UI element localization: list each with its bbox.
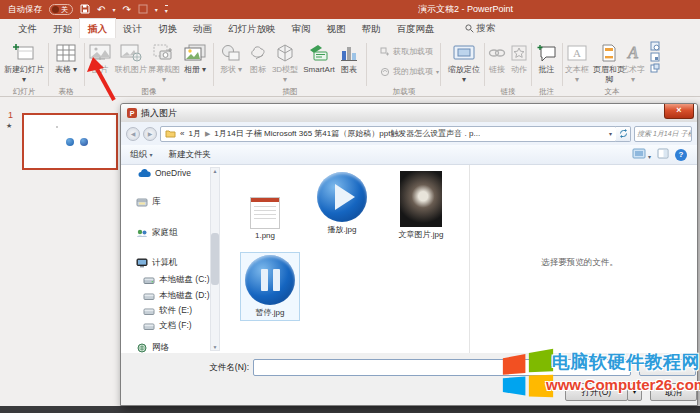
filename-input[interactable] — [253, 359, 631, 376]
breadcrumb-segment-folder[interactable]: 1月14日 子楠 Microsoft 365 第41篇（原始稿）ppt触发器怎么… — [214, 128, 480, 139]
preview-pane-icon[interactable] — [657, 148, 669, 161]
nav-item-homegroup[interactable]: 家庭组 — [136, 227, 178, 239]
refresh-icon[interactable] — [616, 126, 631, 142]
disk-icon — [143, 307, 155, 316]
picture-label: 图片 — [87, 65, 113, 75]
nav-item-network[interactable]: 网络 — [136, 342, 169, 353]
date-time-icon[interactable] — [648, 41, 662, 52]
slide-number-icon[interactable] — [648, 52, 662, 63]
scrollbar-thumb[interactable] — [211, 233, 219, 285]
back-icon[interactable]: ◀ — [126, 127, 140, 141]
undo-icon[interactable]: ↶ — [97, 5, 105, 15]
tab-view[interactable]: 视图 — [319, 19, 354, 38]
nav-item-drive-e[interactable]: 软件 (E:) — [143, 305, 192, 317]
slide-panel: 1 ★ — [0, 97, 120, 406]
organize-button[interactable]: 组织 ▾ — [130, 149, 152, 161]
wordart-icon: A — [620, 41, 646, 64]
ribbon-search[interactable]: 搜索 — [465, 19, 496, 38]
filename-label: 文件名(N): — [161, 362, 249, 374]
zoom-nav-label: 缩放定位 ▾ — [446, 65, 482, 84]
dialog-titlebar[interactable]: P 插入图片 — [121, 104, 697, 122]
slide-thumbnail[interactable] — [22, 113, 118, 170]
chart-label: 图表 — [336, 65, 362, 75]
tab-design[interactable]: 设计 — [115, 19, 150, 38]
wordart-button[interactable]: A 艺术字 ▾ — [620, 41, 646, 84]
chart-button[interactable]: 图表 — [336, 41, 362, 75]
table-button[interactable]: 表格 ▾ — [51, 41, 81, 75]
group-label-images: 图像 — [87, 87, 211, 97]
action-button[interactable]: 动作 — [508, 41, 530, 75]
help-icon[interactable]: ? — [675, 149, 687, 161]
filetype-combobox[interactable] — [639, 359, 696, 376]
tab-slideshow[interactable]: 幻灯片放映 — [220, 19, 284, 38]
nav-scrollbar[interactable]: ▲ ▼ — [210, 167, 220, 351]
new-slide-button[interactable]: 新建幻灯片 ▾ — [2, 41, 46, 84]
library-icon — [136, 197, 148, 207]
pause-thumbnail-icon — [245, 255, 295, 305]
open-button[interactable]: 打开(O) — [565, 383, 628, 401]
redo-icon[interactable]: ↷ — [122, 5, 130, 15]
tab-home[interactable]: 开始 — [45, 19, 80, 38]
svg-text:A: A — [627, 44, 638, 61]
file-item-play[interactable]: 播放.jpg — [311, 172, 373, 235]
tab-help[interactable]: 帮助 — [354, 19, 389, 38]
nav-item-drive-c[interactable]: 本地磁盘 (C:) — [143, 274, 210, 286]
album-button[interactable]: 相册 ▾ — [181, 41, 209, 75]
tab-animations[interactable]: 动画 — [185, 19, 220, 38]
online-picture-button[interactable]: 联机图片 — [113, 41, 149, 75]
my-addins-button[interactable]: 我的加载项 ▾ — [380, 66, 454, 77]
network-icon — [136, 343, 148, 353]
tab-baidu-netdisk[interactable]: 百度网盘 — [389, 19, 443, 38]
tab-insert[interactable]: 插入 — [80, 19, 115, 38]
textbox-button[interactable]: A 文本框 ▾ — [564, 41, 590, 84]
group-separator — [531, 43, 532, 86]
cancel-button[interactable]: 取消 — [650, 383, 697, 401]
link-button[interactable]: 链接 — [486, 41, 508, 75]
file-item-1png[interactable]: 1.png — [243, 197, 287, 240]
comment-button[interactable]: 批注 — [533, 41, 560, 75]
open-split-dropdown-icon[interactable]: ▾ — [627, 383, 642, 401]
screenshot-icon — [147, 41, 181, 64]
undo-dropdown-icon[interactable]: ▾ — [112, 6, 115, 13]
filename-dropdown-icon[interactable]: ▾ — [617, 361, 620, 368]
nav-item-drive-f[interactable]: 文档 (F:) — [143, 320, 192, 332]
tab-transitions[interactable]: 切换 — [150, 19, 185, 38]
breadcrumb-dropdown-icon[interactable]: ▾ — [609, 130, 612, 137]
3d-model-icon — [270, 41, 300, 64]
picture-button[interactable]: 图片 — [87, 41, 113, 75]
dialog-address-bar: ◀ ▶ « 1月 ▶ 1月14日 子楠 Microsoft 365 第41篇（原… — [121, 122, 697, 145]
tab-file[interactable]: 文件 — [10, 19, 45, 38]
group-separator — [84, 43, 85, 86]
views-button[interactable]: ▾ — [632, 148, 651, 161]
zoom-nav-button[interactable]: 缩放定位 ▾ — [446, 41, 482, 84]
homegroup-icon — [136, 228, 148, 238]
group-separator — [484, 43, 485, 86]
breadcrumb[interactable]: « 1月 ▶ 1月14日 子楠 Microsoft 365 第41篇（原始稿）p… — [160, 126, 617, 142]
close-icon[interactable]: × — [664, 104, 694, 119]
shapes-button[interactable]: 形状 ▾ — [217, 41, 245, 75]
icons-button[interactable]: 图标 — [246, 41, 270, 75]
nav-item-libraries[interactable]: 库 — [136, 196, 161, 208]
nav-item-onedrive[interactable]: OneDrive — [138, 168, 191, 178]
file-item-pause[interactable]: 暂停.jpg — [241, 253, 299, 320]
tab-review[interactable]: 审阅 — [284, 19, 319, 38]
get-addins-button[interactable]: 获取加载项 — [380, 46, 454, 57]
search-input[interactable]: 搜索 1月14日 子楠 Microsof... — [634, 126, 692, 142]
scroll-down-icon[interactable]: ▼ — [213, 344, 218, 350]
nav-item-computer[interactable]: 计算机 — [136, 257, 178, 269]
autosave-toggle[interactable]: 关 — [49, 4, 73, 15]
3d-model-button[interactable]: 3D模型 ▾ — [270, 41, 300, 84]
nav-item-drive-d[interactable]: 本地磁盘 (D:) — [143, 290, 210, 302]
customize-qat-icon[interactable]: ▾ — [165, 5, 168, 14]
screenshot-button[interactable]: 屏幕截图 ▾ — [147, 41, 181, 84]
breadcrumb-segment-month[interactable]: 1月 — [188, 128, 200, 139]
breadcrumb-overflow[interactable]: « — [180, 129, 184, 138]
new-folder-button[interactable]: 新建文件夹 — [168, 149, 211, 161]
scroll-up-icon[interactable]: ▲ — [213, 168, 218, 174]
smartart-button[interactable]: SmartArt — [299, 41, 339, 75]
forward-icon[interactable]: ▶ — [143, 127, 157, 141]
save-icon[interactable] — [80, 4, 90, 16]
object-icon[interactable] — [648, 63, 662, 74]
smartart-label: SmartArt — [299, 65, 339, 75]
file-item-article[interactable]: 文章图片.jpg — [393, 171, 449, 240]
